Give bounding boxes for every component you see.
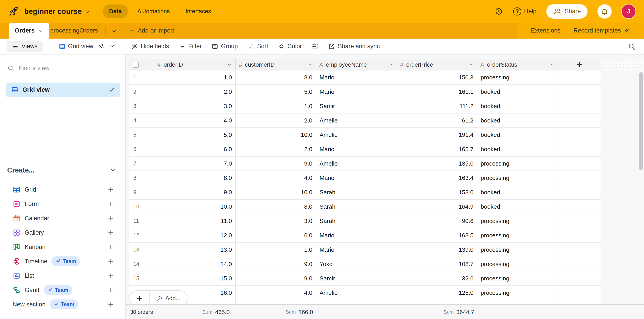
cell-orderid[interactable]: 77.0 bbox=[128, 157, 236, 170]
sidebar-create-item-list[interactable]: List bbox=[0, 268, 126, 283]
cell-orderstatus[interactable]: booked bbox=[477, 128, 558, 142]
add-view-plus-icon[interactable] bbox=[107, 301, 114, 308]
base-title-chevron-down-icon[interactable] bbox=[84, 9, 90, 15]
add-or-import-button[interactable]: Add or import bbox=[129, 27, 174, 34]
cell-orderid[interactable]: 55.0 bbox=[128, 128, 236, 142]
base-title[interactable]: beginner course bbox=[24, 7, 82, 16]
cell-employeename[interactable]: Samir bbox=[316, 99, 397, 113]
cell-orderstatus[interactable]: processing bbox=[477, 286, 558, 300]
cell-orderprice[interactable]: 125.0 bbox=[397, 286, 477, 300]
cell-orderid[interactable]: 44.0 bbox=[128, 114, 236, 127]
cell-orderprice[interactable]: 108.7 bbox=[397, 257, 477, 271]
cell-orderid[interactable]: 22.0 bbox=[128, 85, 236, 99]
add-with-ai-button[interactable]: Add... bbox=[150, 295, 187, 302]
table-row[interactable]: 1212.06.0Mario168.5processing bbox=[128, 228, 600, 243]
cell-employeename[interactable]: Amelie bbox=[316, 114, 397, 127]
add-view-plus-icon[interactable] bbox=[107, 229, 114, 236]
cell-employeename[interactable]: Amelie bbox=[316, 128, 397, 142]
add-view-plus-icon[interactable] bbox=[107, 258, 114, 265]
cell-customerid[interactable]: 2.0 bbox=[236, 142, 316, 156]
row-height-button[interactable] bbox=[312, 43, 318, 50]
column-header-employeename[interactable]: AemployeeName bbox=[316, 59, 397, 71]
cell-employeename[interactable]: Mario bbox=[316, 85, 397, 99]
history-icon[interactable] bbox=[494, 7, 503, 16]
cell-employeename[interactable]: Mario bbox=[316, 171, 397, 185]
tab-chevron-down-icon[interactable] bbox=[38, 29, 43, 34]
table-row[interactable]: 1515.09.0Samir32.6processing bbox=[128, 271, 600, 286]
tab-processing-orders[interactable]: processingOrders bbox=[49, 27, 99, 34]
table-row[interactable]: 88.04.0Mario163.4processing bbox=[128, 171, 600, 185]
vertical-scrollbar[interactable] bbox=[639, 72, 643, 170]
cell-orderprice[interactable]: 139.0 bbox=[397, 243, 477, 257]
record-templates-button[interactable]: Record templates bbox=[574, 27, 630, 34]
add-view-plus-icon[interactable] bbox=[107, 272, 114, 279]
views-button[interactable]: Views bbox=[7, 41, 42, 52]
cell-orderstatus[interactable]: processing bbox=[477, 157, 558, 170]
cell-customerid[interactable]: 5.0 bbox=[236, 85, 316, 99]
cell-orderid[interactable]: 1212.0 bbox=[128, 228, 236, 242]
tab-interfaces[interactable]: Interfaces bbox=[179, 5, 217, 18]
tab-automations[interactable]: Automations bbox=[131, 5, 176, 18]
cell-orderstatus[interactable]: booked bbox=[477, 200, 558, 214]
cell-orderstatus[interactable]: processing bbox=[477, 228, 558, 242]
cell-customerid[interactable]: 8.0 bbox=[236, 200, 316, 214]
cell-orderstatus[interactable]: processing bbox=[477, 243, 558, 257]
sidebar-create-item-calendar[interactable]: 31Calendar bbox=[0, 211, 126, 225]
sidebar-create-item-timeline[interactable]: TimelineTeam bbox=[0, 254, 126, 268]
avatar[interactable]: J bbox=[622, 5, 636, 19]
cell-customerid[interactable]: 8.0 bbox=[236, 71, 316, 84]
add-view-plus-icon[interactable] bbox=[107, 244, 114, 250]
cell-orderid[interactable]: 99.0 bbox=[128, 185, 236, 199]
add-view-plus-icon[interactable] bbox=[107, 186, 114, 193]
cell-customerid[interactable]: 1.0 bbox=[236, 243, 316, 257]
sort-button[interactable]: Sort bbox=[248, 43, 268, 50]
table-row[interactable]: 1111.03.0Sarah90.6processing bbox=[128, 214, 600, 228]
rocket-logo-icon[interactable] bbox=[8, 6, 19, 17]
table-row[interactable]: 1010.08.0Sarah164.9booked bbox=[128, 200, 600, 214]
cell-empty[interactable] bbox=[236, 300, 316, 304]
cell-orderstatus[interactable]: booked bbox=[477, 85, 558, 99]
group-button[interactable]: Group bbox=[212, 43, 238, 50]
search-icon[interactable] bbox=[628, 43, 636, 50]
cell-orderprice[interactable]: 161.1 bbox=[397, 85, 477, 99]
cell-employeename[interactable]: Mario bbox=[316, 243, 397, 257]
filter-button[interactable]: Filter bbox=[179, 43, 202, 50]
column-chevron-down-icon[interactable] bbox=[550, 62, 555, 67]
cell-orderstatus[interactable]: booked bbox=[477, 99, 558, 113]
sidebar-create-item-gallery[interactable]: Gallery bbox=[0, 225, 126, 240]
add-record-button[interactable] bbox=[130, 291, 150, 306]
cell-employeename[interactable]: Mario bbox=[316, 228, 397, 242]
sidebar-item-grid-view[interactable]: Grid view bbox=[6, 83, 120, 97]
column-header-customerid[interactable]: #customerID bbox=[236, 59, 316, 71]
cell-orderprice[interactable]: 163.4 bbox=[397, 171, 477, 185]
column-header-orderprice[interactable]: #orderPrice bbox=[397, 59, 477, 71]
cell-orderstatus[interactable]: processing bbox=[477, 257, 558, 271]
chevron-down-icon[interactable] bbox=[110, 167, 116, 173]
cell-orderid[interactable]: 1010.0 bbox=[128, 200, 236, 214]
cell-orderid[interactable]: 1515.0 bbox=[128, 271, 236, 285]
cell-orderprice[interactable]: 32.6 bbox=[397, 271, 477, 285]
cell-orderid[interactable]: 1111.0 bbox=[128, 214, 236, 228]
cell-employeename[interactable]: Mario bbox=[316, 142, 397, 156]
share-and-sync-button[interactable]: Share and sync bbox=[328, 43, 380, 50]
cell-customerid[interactable]: 3.0 bbox=[236, 214, 316, 228]
column-header-orderid[interactable]: #orderID bbox=[128, 59, 236, 71]
cell-orderid[interactable]: 1414.0 bbox=[128, 257, 236, 271]
select-all-checkbox[interactable] bbox=[133, 62, 139, 68]
sum-orderprice[interactable]: Sum 3644.7 bbox=[397, 305, 474, 319]
cell-orderprice[interactable]: 135.0 bbox=[397, 157, 477, 170]
table-row[interactable]: 11.08.0Mario150.3processing bbox=[128, 71, 600, 85]
cell-orderprice[interactable]: 111.2 bbox=[397, 99, 477, 113]
cell-orderid[interactable]: 33.0 bbox=[128, 99, 236, 113]
cell-customerid[interactable]: 4.0 bbox=[236, 286, 316, 300]
cell-orderid[interactable]: 88.0 bbox=[128, 171, 236, 185]
sum-orderid[interactable]: Sum 465.0 bbox=[128, 305, 230, 319]
cell-orderstatus[interactable]: booked bbox=[477, 185, 558, 199]
sidebar-create-item-kanban[interactable]: Kanban bbox=[0, 240, 126, 254]
cell-customerid[interactable]: 2.0 bbox=[236, 114, 316, 127]
table-row[interactable]: 77.09.0Amelie135.0processing bbox=[128, 157, 600, 171]
cell-customerid[interactable]: 9.0 bbox=[236, 271, 316, 285]
find-view-input[interactable] bbox=[19, 65, 90, 72]
table-row[interactable] bbox=[128, 300, 600, 304]
sum-customerid[interactable]: Sum 166.0 bbox=[236, 305, 313, 319]
